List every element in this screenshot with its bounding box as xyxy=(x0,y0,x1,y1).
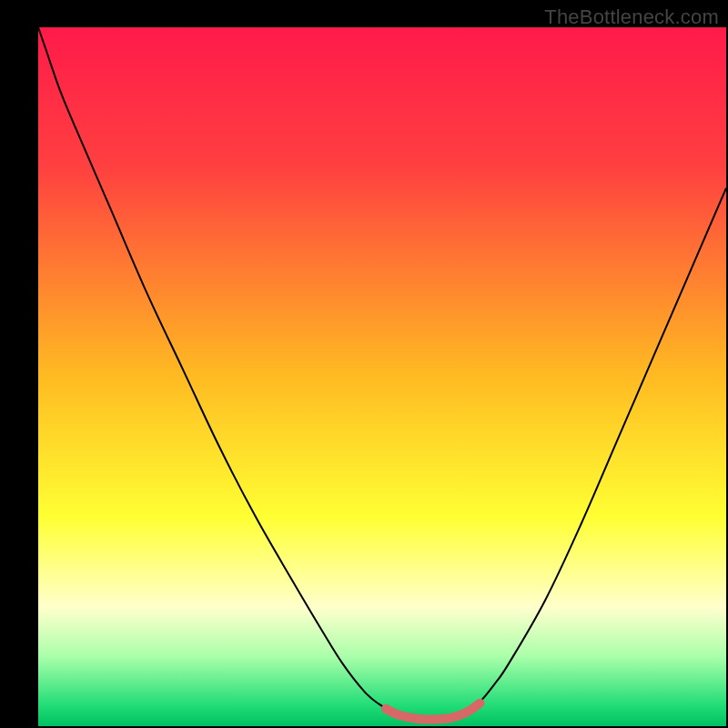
chart-container: TheBottleneck.com xyxy=(0,0,728,728)
chart-gradient-background xyxy=(38,27,726,726)
bottleneck-curve-chart xyxy=(0,0,728,728)
watermark-text: TheBottleneck.com xyxy=(544,5,719,29)
